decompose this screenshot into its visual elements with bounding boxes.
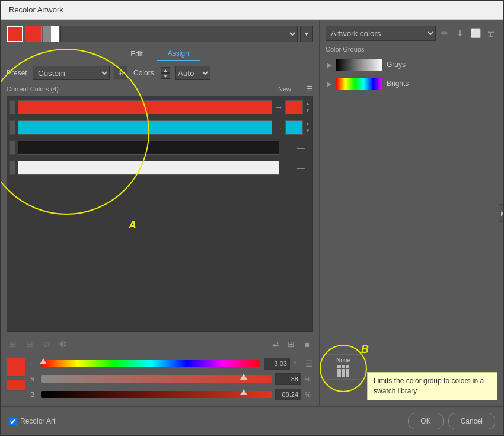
collapse-arrow-right[interactable]: ▶ [499, 204, 503, 222]
new-label: New [278, 85, 291, 93]
top-color-dropdown[interactable] [60, 26, 298, 42]
icon-no-color: ⊘ [40, 338, 53, 351]
color-rows-area: A → ▲ ▼ [7, 96, 313, 332]
tooltip-text: Limits the color group to colors in a sw… [374, 377, 484, 395]
hsb-color-preview [7, 358, 25, 391]
color-swatch-gradient [43, 26, 59, 42]
color-bar-white[interactable] [18, 161, 279, 175]
icon-settings[interactable]: ⚙ [56, 338, 69, 351]
b-value-input[interactable]: 88.24 [275, 389, 301, 400]
swatch-arrow-up-1[interactable]: ▲ [305, 100, 310, 107]
color-row-handle-2[interactable] [9, 120, 15, 135]
swatch-arrow-down-1[interactable]: ▼ [305, 107, 310, 114]
new-color-none-4: — [292, 161, 310, 175]
new-color-swatch-red[interactable] [285, 100, 303, 114]
color-bar-red[interactable] [18, 100, 272, 114]
icon-add-column: ⊞ [7, 338, 20, 351]
s-value-input[interactable]: 88 [275, 373, 301, 385]
artwork-colors-select[interactable]: Artwork colors [326, 26, 436, 41]
recolor-art-label[interactable]: Recolor Art [20, 417, 55, 425]
preview-color-main[interactable] [7, 358, 25, 377]
spinner-down[interactable]: ▼ [161, 73, 170, 79]
bottom-icons-right: ⇄ ⊞ ▣ [269, 338, 313, 351]
cancel-button[interactable]: Cancel [448, 413, 495, 429]
swatch-grid-icon [337, 365, 349, 377]
swatch-arrows-2[interactable]: ▲ ▼ [305, 120, 310, 135]
spacer [326, 94, 497, 354]
color-bar-cyan[interactable] [18, 120, 272, 135]
preset-label: Preset: [7, 69, 29, 77]
right-panel: Artwork colors ✏ ⬇ ⬜ 🗑 Color Groups ▶ Gr… [320, 20, 503, 406]
preset-select[interactable]: Custom 1 Color Job 2 Color Job 3 Color J… [33, 66, 110, 80]
none-btn-wrapper: B None [326, 354, 361, 380]
dialog-title: Recolor Artwork [9, 5, 63, 14]
color-group-brights[interactable]: ▶ Brights [326, 75, 497, 92]
color-row-white: → — [9, 159, 310, 177]
auto-select[interactable]: Auto 1 2 3 [175, 66, 210, 80]
colors-spinner[interactable]: ▲ ▼ [161, 67, 170, 79]
recolor-art-checkbox[interactable] [9, 418, 17, 425]
artwork-top-bar: Artwork colors ✏ ⬇ ⬜ 🗑 [326, 26, 497, 41]
b-unit: % [305, 391, 313, 398]
save-group-icon[interactable]: ⬇ [454, 27, 467, 40]
title-bar: Recolor Artwork [1, 1, 503, 20]
dropdown-arrow[interactable]: ▾ [300, 26, 313, 42]
color-table-menu-icon[interactable]: ☰ [307, 85, 313, 93]
eyedropper-icon[interactable]: ✏ [438, 27, 451, 40]
preset-icon-btn[interactable]: ⊞ [113, 66, 127, 80]
expand-arrow-brights: ▶ [327, 81, 332, 87]
annotation-a-label: A [129, 219, 136, 231]
b-thumb[interactable] [240, 389, 247, 395]
color-swatch-red[interactable] [7, 26, 23, 42]
color-table-header: Current Colors (4) New ☰ [7, 85, 313, 93]
color-group-grays[interactable]: ▶ Grays [326, 56, 497, 73]
swatch-arrow-up-2[interactable]: ▲ [305, 120, 310, 128]
arrow-icon-2: → [275, 123, 283, 132]
none-button[interactable]: None [326, 354, 361, 380]
color-row-handle-3[interactable] [9, 141, 15, 155]
sliders-area: H 3.03 ° ☰ S 8 [30, 358, 313, 400]
tab-edit[interactable]: Edit [120, 47, 154, 61]
bottom-icons-left: ⊞ ⊟ ⊘ ⚙ [7, 338, 69, 351]
slider-row-s: S 88 % [30, 373, 313, 385]
color-groups-label: Color Groups [326, 46, 497, 53]
b-slider[interactable] [41, 391, 272, 398]
h-slider-menu[interactable]: ☰ [305, 359, 313, 368]
color-bar-black[interactable] [18, 141, 279, 155]
s-slider[interactable] [41, 375, 272, 383]
color-row-handle-4[interactable] [9, 161, 15, 175]
none-button-area: B None Limits the color group to color [326, 354, 497, 400]
h-thumb[interactable] [40, 358, 47, 364]
s-label: S [30, 375, 37, 383]
color-swatch-red2 [25, 26, 42, 42]
color-row-handle-1[interactable] [9, 100, 15, 114]
icon-swap[interactable]: ⇄ [269, 338, 282, 351]
h-value-input[interactable]: 3.03 [264, 358, 290, 370]
delete-group-icon[interactable]: 🗑 [484, 27, 497, 40]
new-color-swatch-cyan[interactable] [285, 120, 303, 135]
tab-assign[interactable]: Assign [157, 47, 200, 61]
swatch-arrows-1[interactable]: ▲ ▼ [305, 100, 310, 114]
h-label: H [30, 360, 37, 367]
none-label: None [336, 357, 350, 364]
icon-remove-column: ⊟ [23, 338, 36, 351]
recolor-checkbox-row: Recolor Art [9, 417, 55, 425]
spinner-up[interactable]: ▲ [161, 67, 170, 73]
annotation-b-label: B [361, 343, 369, 356]
ok-button[interactable]: OK [408, 413, 443, 429]
group-name-grays: Grays [387, 61, 406, 69]
slider-row-h: H 3.03 ° ☰ [30, 358, 313, 370]
arrow-icon-1: → [275, 103, 283, 112]
color-strip-brights [336, 77, 383, 90]
swatch-arrow-down-2[interactable]: ▼ [305, 128, 310, 135]
s-thumb[interactable] [240, 374, 247, 380]
icon-display[interactable]: ▣ [300, 338, 313, 351]
colors-label: Colors: [133, 69, 156, 77]
h-slider[interactable] [41, 360, 260, 367]
tab-row: Edit Assign [7, 47, 313, 61]
new-group-icon[interactable]: ⬜ [469, 27, 482, 40]
b-label: B [30, 391, 37, 398]
icon-grid[interactable]: ⊞ [285, 338, 298, 351]
preview-color-new [7, 379, 25, 391]
new-color-none-3: — [292, 141, 310, 155]
